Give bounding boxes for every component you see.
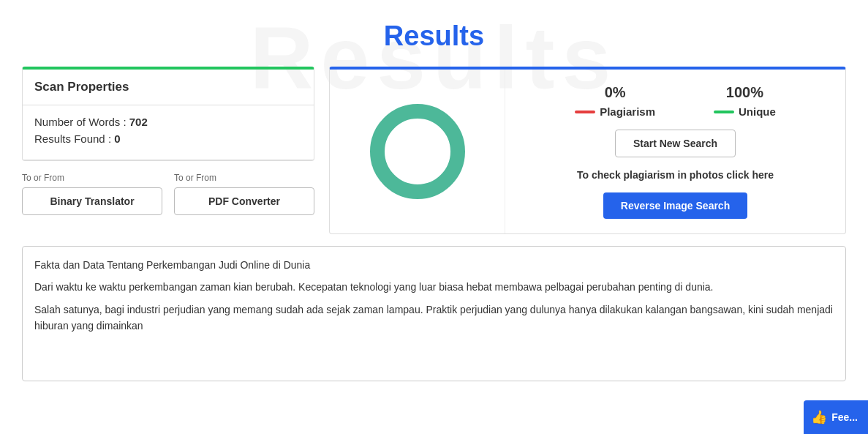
number-of-words-row: Number of Words : 702: [34, 116, 302, 128]
plagiarism-stat: 0% Plagiarism: [575, 84, 655, 118]
results-found-value: 0: [114, 132, 120, 145]
binary-translator-label: To or From: [22, 173, 162, 183]
donut-ring: [370, 104, 465, 199]
right-panel: 0% Plagiarism 100% Unique S: [329, 67, 846, 234]
converters-row: To or From Binary Translator To or From …: [22, 173, 314, 215]
unique-percent: 100%: [726, 84, 763, 101]
scan-properties-card: Scan Properties Number of Words : 702 Re…: [22, 67, 314, 161]
text-paragraph-3: Salah satunya, bagi industri perjudian y…: [34, 302, 834, 334]
pdf-converter-button[interactable]: PDF Converter: [174, 187, 314, 215]
scan-properties-title: Scan Properties: [23, 70, 314, 105]
text-paragraph-2: Dari waktu ke waktu perkembangan zaman k…: [34, 279, 834, 295]
thumbs-up-icon: 👍: [811, 409, 827, 425]
main-content: Scan Properties Number of Words : 702 Re…: [0, 67, 868, 234]
plagiarism-label-row: Plagiarism: [575, 105, 655, 118]
left-panel: Scan Properties Number of Words : 702 Re…: [22, 67, 314, 234]
text-area-section: Fakta dan Data Tentang Perkembangan Judi…: [0, 246, 868, 381]
unique-label-row: Unique: [714, 105, 776, 118]
percent-row: 0% Plagiarism 100% Unique: [527, 84, 823, 118]
page-header: Results: [0, 0, 868, 67]
plagiarism-percent: 0%: [605, 84, 626, 101]
feedback-label: Fee...: [831, 411, 858, 423]
plagiarism-label: Plagiarism: [600, 105, 655, 118]
stats-area: 0% Plagiarism 100% Unique S: [505, 70, 845, 233]
pdf-converter-label: To or From: [174, 173, 314, 183]
results-found-label: Results Found :: [34, 132, 111, 145]
unique-stat: 100% Unique: [714, 84, 776, 118]
unique-legend-line: [714, 111, 734, 113]
binary-translator-group: To or From Binary Translator: [22, 173, 162, 215]
text-scroll-wrapper[interactable]: Fakta dan Data Tentang Perkembangan Judi…: [22, 246, 846, 381]
reverse-image-search-button[interactable]: Reverse Image Search: [603, 192, 747, 219]
scan-stats: Number of Words : 702 Results Found : 0: [23, 105, 314, 160]
start-new-search-button[interactable]: Start New Search: [615, 130, 736, 157]
check-photos-text: To check plagiarism in photos click here: [577, 169, 774, 181]
results-found-row: Results Found : 0: [34, 132, 302, 145]
text-paragraph-1: Fakta dan Data Tentang Perkembangan Judi…: [34, 257, 834, 273]
pdf-converter-group: To or From PDF Converter: [174, 173, 314, 215]
plagiarism-legend-line: [575, 111, 595, 113]
donut-chart-area: [330, 70, 505, 233]
unique-label: Unique: [739, 105, 776, 118]
feedback-button[interactable]: 👍 Fee...: [804, 400, 868, 434]
page-title: Results: [0, 20, 868, 52]
page-wrapper: Results Results Scan Properties Number o…: [0, 0, 868, 434]
number-of-words-label: Number of Words :: [34, 116, 127, 128]
binary-translator-button[interactable]: Binary Translator: [22, 187, 162, 215]
number-of-words-value: 702: [129, 116, 148, 128]
